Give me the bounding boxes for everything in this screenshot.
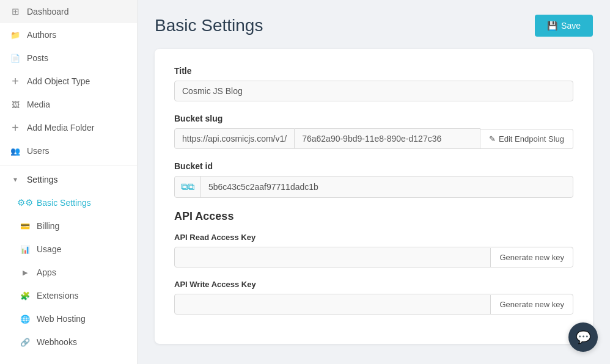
sidebar-label-authors: Authors [27, 30, 56, 40]
sidebar-item-web-hosting[interactable]: Web Hosting [0, 307, 137, 330]
save-button-label: Save [561, 21, 581, 31]
sidebar-item-extensions[interactable]: Extensions [0, 284, 137, 307]
sidebar-item-authors[interactable]: Authors [0, 23, 137, 46]
api-write-generate-button[interactable]: Generate new key [490, 295, 573, 314]
edit-endpoint-label: Edit Endpoint Slug [499, 134, 564, 144]
title-label: Title [174, 66, 573, 76]
bucket-slug-field-group: Bucket slug https://api.cosmicjs.com/v1/… [174, 114, 573, 149]
save-icon: 💾 [547, 21, 557, 31]
sidebar-item-usage[interactable]: Usage [0, 238, 137, 261]
sidebar-item-billing[interactable]: Billing [0, 214, 137, 238]
api-write-key-group: API Write Access Key Generate new key [174, 280, 573, 315]
plus-icon-media: + [10, 122, 21, 133]
post-icon [10, 53, 21, 64]
api-read-key-group: API Read Access Key Generate new key [174, 233, 573, 268]
sidebar-label-web-hosting: Web Hosting [37, 314, 86, 324]
main-content: Basic Settings 💾 Save Title Bucket slug … [138, 0, 610, 364]
sidebar-label-apps: Apps [37, 268, 56, 277]
media-icon [10, 99, 21, 110]
chart-icon [20, 244, 31, 255]
sidebar-item-apps[interactable]: Apps [0, 261, 137, 284]
bucket-id-label: Bucket id [174, 161, 573, 171]
sidebar-item-media[interactable]: Media [0, 93, 137, 116]
sidebar-label-media: Media [27, 100, 50, 109]
api-read-key-row: Generate new key [174, 247, 573, 268]
extensions-icon [20, 290, 31, 301]
users-icon [10, 145, 21, 156]
chat-bubble[interactable]: 💬 [568, 322, 598, 352]
sidebar-label-dashboard: Dashboard [27, 7, 69, 16]
sidebar-item-add-media-folder[interactable]: + Add Media Folder [0, 116, 137, 139]
bucket-slug-label: Bucket slug [174, 114, 573, 123]
page-title: Basic Settings [155, 16, 263, 35]
sidebar-item-posts[interactable]: Posts [0, 46, 137, 70]
api-access-title: API Access [174, 210, 573, 223]
bucket-slug-prefix: https://api.cosmicjs.com/v1/ [174, 128, 295, 149]
bucket-slug-row: https://api.cosmicjs.com/v1/ 76a62a90-9b… [174, 128, 573, 149]
sidebar-label-basic-settings: Basic Settings [37, 198, 91, 208]
edit-icon: ✎ [489, 134, 496, 144]
sidebar-item-dashboard[interactable]: Dashboard [0, 0, 137, 23]
sidebar-label-settings: Settings [27, 175, 58, 184]
bucket-slug-value: 76a62a90-9bd9-11e8-890e-d127c36 [295, 128, 480, 149]
sidebar-item-webhooks[interactable]: Webhooks [0, 330, 137, 354]
title-field-group: Title [174, 66, 573, 101]
sidebar-label-usage: Usage [37, 244, 61, 254]
billing-icon [20, 220, 31, 231]
apps-icon [20, 267, 31, 278]
page-header: Basic Settings 💾 Save [155, 15, 593, 37]
sidebar-item-users[interactable]: Users [0, 139, 137, 162]
settings-card: Title Bucket slug https://api.cosmicjs.c… [155, 49, 593, 344]
sidebar-label-posts: Posts [27, 53, 48, 63]
save-button[interactable]: 💾 Save [535, 15, 593, 37]
api-write-key-input[interactable] [175, 294, 490, 314]
sidebar-label-billing: Billing [37, 221, 59, 231]
bucket-id-value: 5b6c43c5c2aaf97711dadc1b [201, 177, 573, 197]
api-write-key-row: Generate new key [174, 294, 573, 315]
hosting-icon [20, 313, 31, 324]
dashboard-icon [10, 6, 21, 17]
sidebar-label-add-media-folder: Add Media Folder [27, 123, 95, 133]
sidebar: Dashboard Authors Posts + Add Object Typ… [0, 0, 138, 364]
plus-icon: + [10, 76, 21, 87]
chevron-down-icon: ▾ [10, 174, 21, 185]
gear-icon-settings: ⚙ [20, 197, 31, 208]
edit-endpoint-button[interactable]: ✎ Edit Endpoint Slug [480, 129, 573, 149]
sidebar-item-settings[interactable]: ▾ Settings [0, 168, 137, 191]
sidebar-item-add-object-type[interactable]: + Add Object Type [0, 70, 137, 93]
title-input[interactable] [174, 81, 573, 101]
sidebar-item-basic-settings[interactable]: ⚙ Basic Settings [0, 191, 137, 214]
sidebar-label-add-object-type: Add Object Type [27, 76, 90, 86]
sidebar-label-webhooks: Webhooks [37, 337, 77, 347]
sidebar-label-extensions: Extensions [37, 291, 78, 300]
api-read-key-label: API Read Access Key [174, 233, 573, 242]
bucket-id-row: ⧉ 5b6c43c5c2aaf97711dadc1b [174, 176, 573, 198]
api-read-generate-button[interactable]: Generate new key [490, 248, 573, 267]
api-write-key-label: API Write Access Key [174, 280, 573, 289]
api-read-key-input[interactable] [175, 247, 490, 267]
copy-icon[interactable]: ⧉ [175, 177, 201, 197]
sidebar-divider [0, 165, 137, 166]
webhooks-icon [20, 337, 31, 348]
folder-icon [10, 29, 21, 40]
bucket-id-field-group: Bucket id ⧉ 5b6c43c5c2aaf97711dadc1b [174, 161, 573, 198]
sidebar-label-users: Users [27, 146, 50, 156]
chat-icon: 💬 [576, 330, 591, 344]
